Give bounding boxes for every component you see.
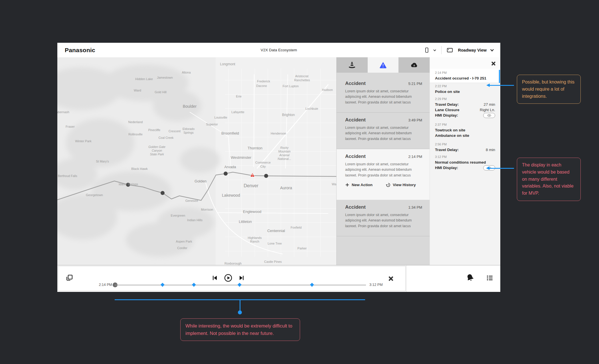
map-label: Lone Tree	[268, 242, 282, 245]
mobile-preview-icon[interactable]	[424, 47, 430, 54]
map-label: Dacono	[256, 84, 267, 88]
map-label: Mountain	[278, 150, 290, 153]
accident-card[interactable]: Accident5:21 PMLorem ipsum dolor sit ame…	[337, 76, 430, 113]
card-body: Lorem ipsum dolor sit amet, consectetur …	[345, 212, 422, 229]
header-divider	[441, 46, 442, 54]
notifications-bell-icon[interactable]	[465, 272, 475, 283]
map-label: Frederick	[257, 80, 270, 83]
map-label: abernash	[57, 110, 69, 114]
tab-roadwork[interactable]	[337, 57, 368, 73]
event-group[interactable]: 2:14 PMAccident occurred - I-70 251	[430, 69, 500, 83]
event-title: Ambulance on site	[435, 133, 495, 138]
vehicle-marker[interactable]	[161, 191, 165, 195]
card-time: 2:14 PM	[408, 154, 422, 159]
view-history-button[interactable]: View History	[386, 182, 416, 187]
close-icon[interactable]	[388, 275, 394, 282]
card-body: Lorem ipsum dolor sit amet, consectetur …	[345, 162, 422, 178]
event-row: HMI Display:	[435, 113, 495, 118]
map-label: Evergreen	[171, 214, 185, 217]
event-group[interactable]: 2:37 PMTowtruck on siteAmbulance on site	[430, 123, 500, 138]
event-log-panel: 2:14 PMAccident occurred - I-70 2512:22 …	[430, 57, 500, 265]
map-label: Erie	[236, 95, 242, 98]
map-label: City	[260, 165, 266, 168]
event-list-icon[interactable]	[486, 274, 494, 282]
eye-icon	[487, 114, 491, 117]
plus-icon	[345, 183, 349, 187]
map-label: Superior	[206, 123, 218, 126]
event-value: Right Ln.	[480, 107, 495, 113]
map-label: Fraser	[66, 125, 75, 128]
map-label: Nederland	[128, 120, 143, 124]
map-label: Ward	[134, 89, 141, 92]
vehicle-marker[interactable]	[264, 174, 268, 178]
map-label: Lochbuie	[305, 107, 318, 110]
card-body: Lorem ipsum dolor sit amet, consectetur …	[345, 89, 422, 105]
map-label: Aristocrat	[295, 74, 308, 78]
skip-back-button[interactable]	[211, 274, 218, 281]
map-label: Winter Park	[75, 139, 92, 143]
map-label: Hudson	[322, 88, 333, 91]
map-label: Gold Hill	[155, 90, 167, 94]
event-group[interactable]: 2:56 PMTravel Delay:8 min	[430, 143, 500, 152]
chevron-down-icon[interactable]	[489, 48, 495, 52]
event-row: Travel Delay:8 min	[435, 147, 495, 152]
chevron-down-icon[interactable]	[433, 48, 437, 52]
map-label: Denver	[244, 183, 258, 188]
view-selector[interactable]: Roadway View	[458, 48, 487, 52]
card-time: 1:34 PM	[408, 205, 422, 210]
event-label: Lane Closure	[435, 107, 460, 113]
map-label: Highlands	[248, 236, 262, 239]
map-label: Parker	[298, 247, 307, 250]
event-row: Travel Delay:27 min	[435, 102, 495, 107]
new-action-button[interactable]: New Action	[345, 183, 373, 187]
map-label: Louisville	[214, 116, 227, 119]
app-window: Panasonic V2X Data Ecosystem Roadway Vie…	[57, 43, 500, 292]
map-label: State Park	[150, 152, 164, 156]
map-label: Black Hawk	[131, 167, 148, 170]
roadway-map[interactable]: LongmontAltonaHidden LakeJamestownWardGo…	[57, 57, 336, 265]
hmi-display-toggle[interactable]	[483, 113, 495, 118]
timeline-track[interactable]	[115, 285, 366, 285]
event-value: 27 min	[483, 102, 495, 107]
map-label: Eldorado	[183, 127, 195, 131]
scrollbar[interactable]	[499, 70, 500, 83]
warning-triangle-icon	[379, 61, 387, 69]
event-label: HMI Display:	[435, 113, 458, 118]
play-button[interactable]	[224, 274, 232, 282]
map-label: St Mary's	[96, 160, 109, 163]
card-body: Lorem ipsum dolor sit amet, consectetur …	[345, 125, 422, 142]
map-label: Broomfield	[221, 131, 239, 135]
vehicle-marker[interactable]	[224, 172, 228, 176]
panel-layout-icon[interactable]	[446, 47, 454, 54]
map-label: Roxborough	[224, 262, 242, 265]
skip-forward-button[interactable]	[238, 274, 245, 281]
accident-card[interactable]: Accident2:14 PMLorem ipsum dolor sit ame…	[337, 149, 430, 200]
map-label: Arsenal	[279, 153, 290, 157]
annotation-bracket-vertical	[240, 299, 240, 311]
annotation-arrow-head	[486, 84, 490, 87]
map-label: Littleton	[239, 219, 252, 224]
accident-card[interactable]: Accident3:49 PMLorem ipsum dolor sit ame…	[337, 113, 430, 149]
annotation-arrow-line	[489, 168, 514, 169]
card-title: Accident	[345, 154, 366, 159]
tab-incidents[interactable]	[368, 57, 399, 73]
event-log-top	[430, 57, 500, 69]
annotation-note-integrations: Possible, but knowing this would require…	[517, 75, 581, 104]
map-label: Springs	[183, 131, 194, 134]
card-time: 5:21 PM	[408, 82, 422, 86]
expand-windows-icon[interactable]	[65, 274, 73, 282]
tab-weather[interactable]	[398, 57, 430, 73]
map-label: Canyon	[152, 149, 162, 152]
map-label: Ranch	[250, 240, 259, 243]
map-label: Westminster	[231, 155, 252, 160]
annotation-bracket-dot	[238, 310, 242, 314]
map-label: Coal Creek	[159, 136, 174, 139]
accident-card[interactable]: Accident1:34 PMLorem ipsum dolor sit ame…	[337, 200, 430, 236]
event-title: Normal conditions resumed	[435, 160, 495, 165]
map-label: Henderson	[271, 132, 286, 135]
map-label: Georgetown	[86, 193, 103, 197]
event-title: Towtruck on site	[435, 127, 495, 133]
event-group[interactable]: 2:29 PMTravel Delay:27 minLane ClosureRi…	[430, 97, 500, 118]
close-icon[interactable]	[491, 61, 496, 66]
event-time: 2:29 PM	[435, 97, 495, 101]
